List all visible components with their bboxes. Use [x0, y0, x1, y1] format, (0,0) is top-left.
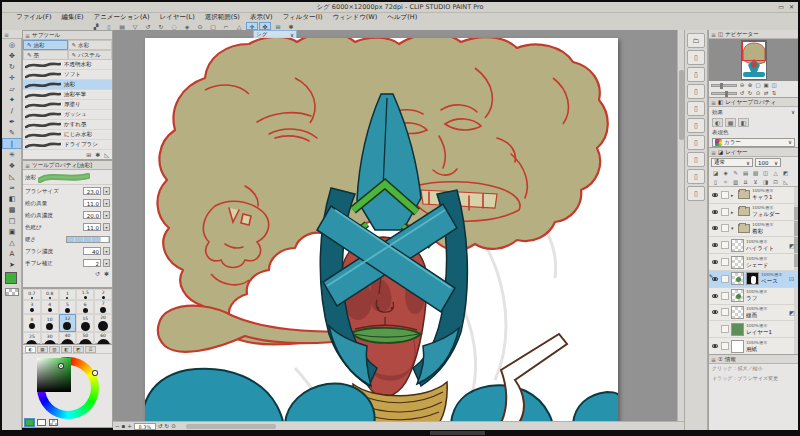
layer-row[interactable]: ✎ 100%通常 線画 ◩	[709, 305, 798, 322]
new-file-icon[interactable]: ▯	[103, 22, 115, 30]
brush-item[interactable]: 不透明水彩	[23, 60, 112, 70]
layer-mask-thumbnail[interactable]	[746, 272, 759, 285]
gradient-tool-icon[interactable]: ▩	[2, 204, 22, 215]
quick-access-button[interactable]: ▯	[687, 67, 705, 82]
layer-select-checkbox[interactable]	[721, 308, 729, 316]
saturation-value-square[interactable]	[37, 358, 71, 392]
wrench-icon[interactable]: ✱	[104, 270, 109, 277]
background-chip[interactable]	[37, 419, 46, 426]
panel-menu-icon[interactable]: ≡	[4, 31, 9, 38]
maximize-icon[interactable]: ▭	[778, 3, 784, 10]
rotate-right-icon[interactable]: ↻	[165, 423, 170, 429]
color-set-tab[interactable]: ▦	[37, 346, 48, 353]
save-icon[interactable]: ▽	[129, 22, 141, 30]
layer-row[interactable]: ✎ 100%通常 ベース ⊡	[709, 271, 798, 288]
reset-view-icon[interactable]: ⊙	[171, 423, 176, 429]
apply-mask-icon[interactable]: ⊡	[771, 179, 780, 185]
canvas[interactable]	[145, 38, 618, 423]
spinner-icon[interactable]: ▾	[103, 199, 110, 207]
layer-select-checkbox[interactable]	[721, 258, 729, 266]
visibility-eye-icon[interactable]	[712, 260, 718, 264]
brush-size-preset[interactable]: 7	[94, 300, 112, 314]
close-icon[interactable]: ✕	[789, 3, 794, 10]
zoom-slider-icon[interactable]: ▪	[122, 423, 126, 429]
enable-mask-icon[interactable]: ◫	[761, 170, 770, 176]
color-wheel-tab[interactable]: ◐	[25, 346, 36, 353]
zoom-in-icon[interactable]: ⊕	[746, 81, 754, 89]
open-file-icon[interactable]: ▤	[116, 22, 128, 30]
layer-row[interactable]: ✎ 100%通常 ラフ	[709, 288, 798, 305]
layer-thumbnail[interactable]	[731, 239, 744, 252]
brush-item[interactable]: にじみ水彩	[23, 130, 112, 140]
spinner-icon[interactable]: ▾	[103, 259, 110, 267]
settings-icon[interactable]: ✱	[285, 22, 297, 30]
hardness-slider[interactable]	[66, 236, 110, 243]
new-raster-layer-icon[interactable]: ▯	[711, 179, 720, 185]
layer-color-icon[interactable]: ◧	[738, 118, 749, 127]
spinner-icon[interactable]: ▾	[103, 187, 110, 195]
menu-item[interactable]: 表示(V)	[245, 13, 278, 22]
brush-size-preset[interactable]: 2	[94, 289, 112, 300]
airbrush-tool-icon[interactable]: ✳	[2, 149, 22, 160]
eyedropper-icon[interactable]: ∕	[2, 105, 22, 116]
reference-layer-icon[interactable]: ◈	[721, 170, 730, 176]
delete-layer-icon[interactable]: ◺	[781, 179, 790, 185]
visibility-eye-icon[interactable]	[712, 310, 718, 314]
quick-access-button[interactable]: ▯	[687, 118, 705, 133]
layer-color-toggle-icon[interactable]: ◩	[781, 170, 790, 176]
menu-item[interactable]: フィルター(I)	[277, 13, 327, 22]
draft-layer-icon[interactable]: ✎	[731, 170, 740, 176]
deselect-icon[interactable]: ◌	[168, 22, 180, 30]
pen-tool-icon[interactable]: ✒	[2, 116, 22, 127]
layer-thumbnail[interactable]	[731, 323, 744, 336]
property-value-field[interactable]: 11.0	[83, 199, 101, 207]
layer-select-checkbox[interactable]	[721, 275, 729, 283]
folder-expand-icon[interactable]: ▾	[731, 225, 736, 231]
brush-size-preset[interactable]: 1.5	[76, 289, 94, 300]
menu-item[interactable]: レイヤー(L)	[155, 13, 200, 22]
quick-access-button[interactable]: ▯	[687, 186, 705, 201]
clip-studio-icon[interactable]: ▞	[90, 22, 102, 30]
property-value-field[interactable]: 40	[83, 247, 101, 255]
layer-select-checkbox[interactable]	[721, 325, 729, 333]
transparent-chip[interactable]	[49, 419, 58, 426]
menu-item[interactable]: ファイル(F)	[11, 13, 56, 22]
menu-item[interactable]: ウィンドウ(W)	[328, 13, 383, 22]
ruler-show-icon[interactable]: △	[771, 170, 780, 176]
brush-item[interactable]: ドライブラシ	[23, 140, 112, 150]
quick-access-button[interactable]: ▯	[687, 152, 705, 167]
panel-menu-icon[interactable]: ≡	[711, 31, 716, 38]
zoom-in-icon[interactable]: +	[127, 423, 132, 429]
navigator-rotate-slider[interactable]	[711, 92, 737, 95]
flip-preview-icon[interactable]: ◫	[770, 81, 778, 89]
layer-select-checkbox[interactable]	[721, 191, 729, 199]
property-value-field[interactable]: 2	[83, 259, 101, 267]
border-effect-icon[interactable]: ◐	[712, 118, 723, 127]
visibility-eye-icon[interactable]	[712, 294, 718, 298]
brush-size-preset[interactable]: 1	[59, 289, 77, 300]
foreground-chip[interactable]	[25, 419, 34, 426]
subtool-settings-icon[interactable]: ✱	[95, 151, 100, 158]
brush-item[interactable]: ガッシュ	[23, 110, 112, 120]
property-value-field[interactable]: 11.0	[83, 223, 101, 231]
quick-access-button[interactable]: 🗀	[687, 33, 705, 48]
brush-item[interactable]: 油彩	[23, 80, 112, 90]
menu-item[interactable]: 編集(E)	[56, 13, 88, 22]
brush-size-preset[interactable]: 8	[23, 314, 41, 332]
intermediate-color-tab[interactable]: ◩	[73, 346, 84, 353]
create-mask-icon[interactable]: ◨	[761, 179, 770, 185]
flip-horizontal-icon[interactable]: ⇄	[762, 89, 770, 97]
layer-thumbnail[interactable]	[731, 272, 744, 285]
menu-item[interactable]: 選択範囲(S)	[200, 13, 245, 22]
vertical-scrollbar[interactable]	[677, 30, 684, 421]
selection-border-icon[interactable]: ▢	[207, 22, 219, 30]
brush-item[interactable]: かすれ墨	[23, 120, 112, 130]
horizontal-scroll-thumb[interactable]	[186, 424, 276, 429]
layer-thumbnail[interactable]	[731, 289, 744, 302]
new-vector-layer-icon[interactable]: ✧	[721, 179, 730, 185]
rotate-view-icon[interactable]: ↻	[2, 61, 22, 72]
tone-effect-icon[interactable]: ▦	[725, 118, 736, 127]
brush-size-preset[interactable]: 0.7	[23, 289, 41, 300]
visibility-eye-icon[interactable]	[712, 193, 718, 197]
brush-item[interactable]: 厚塗り	[23, 100, 112, 110]
